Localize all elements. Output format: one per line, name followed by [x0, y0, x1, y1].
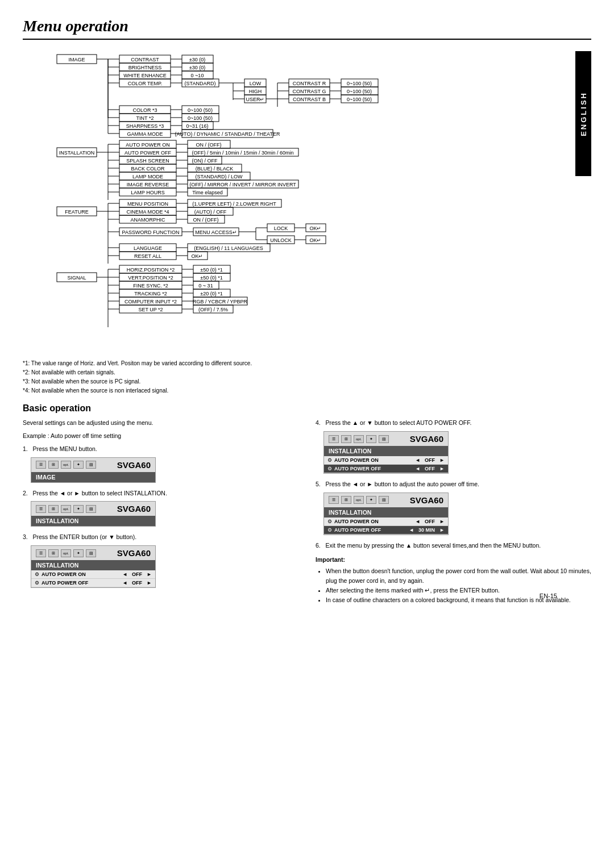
svg-text:BRIGHTNESS: BRIGHTNESS [128, 65, 162, 70]
svg-text:±30 (0): ±30 (0) [189, 57, 205, 62]
proj-arrow-left-2: ◄ [122, 580, 127, 586]
projector-screen-5: ☰ ⊞ opt. ✦ ▤ SVGA60 INSTALLATION ⚙ AUTO … [323, 493, 449, 535]
svg-text:VERT.POSITION *2: VERT.POSITION *2 [128, 275, 173, 281]
svg-text:±30 (0): ±30 (0) [189, 65, 205, 70]
proj-icons-1: ☰ ⊞ opt. ✦ ▤ [36, 461, 96, 469]
proj-arrow-4-right-1: ► [439, 457, 445, 463]
svg-text:0 ~10: 0 ~10 [191, 73, 204, 78]
proj-icon-signal-2: ▤ [86, 505, 96, 513]
svg-text:(STANDARD): (STANDARD) [185, 81, 216, 86]
proj-model-1: SVGA60 [117, 460, 151, 470]
svg-text:±20 (0) *1: ±20 (0) *1 [200, 291, 222, 297]
svg-text:FEATURE: FEATURE [65, 209, 88, 215]
proj-rows-5: ⚙ AUTO POWER ON ◄ OFF ► ⚙ AUTO POWER OFF… [324, 518, 448, 535]
svg-text:ON / (OFF): ON / (OFF) [196, 142, 222, 148]
svg-text:0~100 (50): 0~100 (50) [347, 89, 372, 94]
proj-row-icon-2: ⚙ [35, 580, 39, 586]
proj-arrow-right-1: ► [147, 571, 152, 577]
svg-text:HIGH: HIGH [249, 89, 262, 94]
proj-icon-signal-5: ▤ [379, 496, 389, 504]
step-3: 3. Press the ENTER button (or ▼ button). [23, 532, 298, 542]
svg-text:CINEMA MODE *4: CINEMA MODE *4 [126, 209, 169, 215]
svg-text:(BLUE) / BLACK: (BLUE) / BLACK [196, 166, 234, 172]
svg-text:(1.UPPER LEFT) / 2.LOWER RIGHT: (1.UPPER LEFT) / 2.LOWER RIGHT [192, 201, 276, 207]
proj-arrow-4-left-1: ◄ [415, 457, 420, 463]
svg-text:(STANDARD) / LOW: (STANDARD) / LOW [196, 174, 243, 180]
basic-operation-title: Basic operation [23, 403, 591, 414]
proj-icons-2: ☰ ⊞ opt. ✦ ▤ [36, 505, 96, 513]
svg-text:0~31 (16): 0~31 (16) [186, 123, 209, 129]
proj-icons-3: ☰ ⊞ opt. ✦ ▤ [36, 549, 96, 557]
proj-row-5-val-apo: OFF [422, 519, 437, 524]
svg-text:USER↵: USER↵ [246, 97, 264, 102]
proj-row-auto-power-on: ⚙ AUTO POWER ON ◄ OFF ► [31, 570, 155, 579]
svg-text:ANAMORPHIC: ANAMORPHIC [130, 217, 165, 223]
proj-icon-grid-5: ⊞ [341, 496, 351, 504]
proj-row-5-auto-power-off: ⚙ AUTO POWER OFF ◄ 30 MIN ► [324, 526, 448, 535]
proj-row-4-label-apoff: AUTO POWER OFF [334, 466, 413, 471]
svg-text:±50 (0) *1: ±50 (0) *1 [200, 267, 222, 273]
svg-text:CONTRAST R: CONTRAST R [293, 81, 326, 86]
proj-label-installation-2: INSTALLATION [31, 516, 155, 526]
proj-arrow-right-2: ► [147, 580, 152, 586]
svg-text:TINT *2: TINT *2 [136, 115, 154, 121]
svg-text:RGB / YCBCR / YPBPR: RGB / YCBCR / YPBPR [193, 299, 248, 304]
svg-text:OK↵: OK↵ [309, 237, 321, 243]
proj-row-4-val-apo: OFF [422, 457, 437, 463]
svg-text:AUTO POWER ON: AUTO POWER ON [126, 142, 169, 148]
proj-row-4-icon-2: ⚙ [327, 466, 332, 471]
svg-text:LANGUAGE: LANGUAGE [134, 245, 162, 251]
svg-text:CONTRAST B: CONTRAST B [293, 97, 326, 102]
proj-model-3: SVGA60 [117, 548, 151, 558]
proj-row-4-label-apo: AUTO POWER ON [334, 457, 413, 463]
svg-text:TRACKING *2: TRACKING *2 [134, 291, 167, 297]
svg-text:IMAGE REVERSE: IMAGE REVERSE [127, 182, 169, 187]
svg-text:SPLASH SCREEN: SPLASH SCREEN [126, 158, 169, 164]
proj-row-4-val-apoff: OFF [422, 466, 437, 471]
proj-icons-4: ☰ ⊞ opt. ✦ ▤ [329, 435, 389, 443]
proj-icon-menu: ☰ [36, 461, 46, 469]
proj-row-label-auto-power-on: AUTO POWER ON [42, 571, 120, 577]
notes-section: *1: The value range of Horiz. and Vert. … [23, 359, 591, 395]
svg-text:SET UP *2: SET UP *2 [138, 307, 163, 312]
proj-row-val-auto-power-on: OFF [130, 571, 144, 577]
proj-icon-signal: ▤ [86, 461, 96, 469]
svg-text:LOW: LOW [250, 81, 262, 86]
step-5: 5. Press the ◄ or ► button to adjust the… [316, 479, 591, 489]
proj-icon-settings-5: ✦ [366, 496, 376, 504]
proj-icon-grid-2: ⊞ [48, 505, 59, 513]
proj-label-installation-3: INSTALLATION [31, 560, 155, 570]
svg-text:0~100 (50): 0~100 (50) [347, 97, 372, 102]
proj-arrow-5-right-1: ► [439, 519, 445, 524]
proj-row-icon-1: ⚙ [35, 571, 39, 577]
svg-text:0 ~ 31: 0 ~ 31 [198, 283, 213, 289]
svg-text:MENU POSITION: MENU POSITION [127, 201, 168, 207]
svg-text:GAMMA MODE: GAMMA MODE [127, 131, 163, 137]
important-title: Important: [316, 555, 591, 565]
step-6: 6. Exit the menu by pressing the ▲ butto… [316, 541, 591, 550]
projector-screen-4: ☰ ⊞ opt. ✦ ▤ SVGA60 INSTALLATION ⚙ AUTO … [323, 431, 449, 474]
proj-icon-grid: ⊞ [48, 461, 59, 469]
proj-arrow-4-left-2: ◄ [415, 466, 420, 471]
proj-top-bar-3: ☰ ⊞ opt. ✦ ▤ SVGA60 [31, 546, 155, 560]
proj-icon-signal-3: ▤ [86, 549, 96, 557]
note-1: *1: The value range of Horiz. and Vert. … [23, 359, 591, 368]
proj-row-5-auto-power-on: ⚙ AUTO POWER ON ◄ OFF ► [324, 518, 448, 526]
proj-icon-opt-4: opt. [354, 435, 364, 443]
left-column: Several settings can be adjusted using t… [23, 418, 298, 604]
note-4: *4: Not available when the source is non… [23, 386, 591, 395]
svg-text:PASSWORD FUNCTION: PASSWORD FUNCTION [122, 229, 180, 235]
svg-text:AUTO POWER OFF: AUTO POWER OFF [125, 150, 171, 156]
proj-model-4: SVGA60 [410, 434, 443, 444]
note-3: *3: Not available when the source is PC … [23, 377, 591, 386]
svg-text:CONTRAST: CONTRAST [131, 57, 159, 62]
menu-tree-diagram: IMAGE CONTRAST ±30 (0) BRIGHTNESS ±30 (0… [23, 50, 591, 353]
svg-text:ON / (OFF): ON / (OFF) [193, 217, 219, 223]
svg-text:IMAGE: IMAGE [68, 57, 85, 62]
proj-top-bar-4: ☰ ⊞ opt. ✦ ▤ SVGA60 [324, 432, 448, 446]
page-title: Menu operation [23, 17, 591, 35]
proj-icon-opt: opt. [61, 461, 71, 469]
svg-text:OK↵: OK↵ [309, 226, 321, 231]
proj-icon-grid-4: ⊞ [341, 435, 351, 443]
proj-icon-settings-2: ✦ [73, 505, 84, 513]
